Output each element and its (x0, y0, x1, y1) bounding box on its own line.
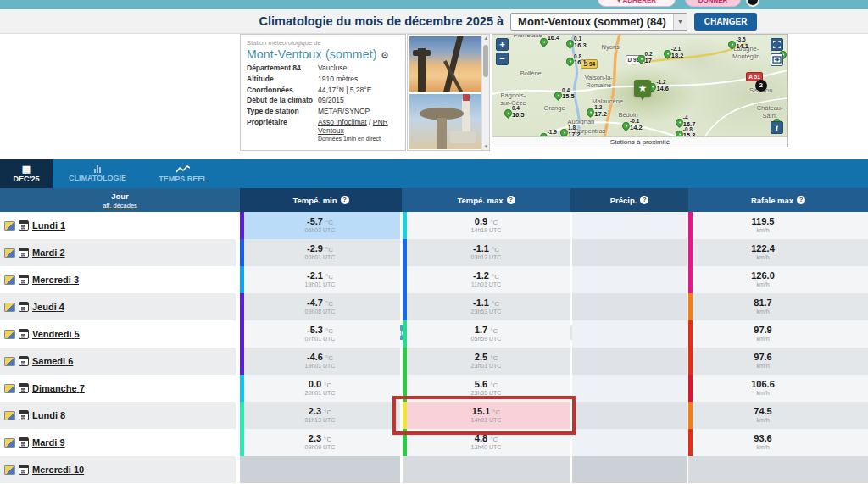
info-value: Vaucluse (318, 64, 399, 73)
temp-max-cell: 0.9 °C 14h19 UTC (403, 212, 570, 239)
photos-icon[interactable] (4, 303, 15, 312)
photos-icon[interactable] (4, 221, 15, 231)
scroll-thumb[interactable] (483, 45, 488, 77)
temp-max-cell (403, 456, 570, 483)
scroll-up-icon[interactable]: ▲ (482, 36, 490, 41)
day-link[interactable]: Mercredi 10 (32, 465, 84, 475)
rafale-cell: 93.6 km/h (688, 429, 868, 456)
map-zoom-in-button[interactable]: + (496, 38, 509, 51)
photos-icon[interactable] (4, 411, 15, 420)
photos-icon[interactable] (4, 438, 15, 448)
marker-values: 0.116.3 (574, 36, 587, 49)
donner-button[interactable]: DONNER (685, 0, 741, 7)
live-data-link[interactable]: Données 1min en direct (318, 136, 381, 142)
rafale-column-header: Rafale max? (688, 188, 868, 212)
photos-icon[interactable] (4, 384, 15, 393)
calendar-icon[interactable] (19, 302, 29, 312)
tab-temps-reel[interactable]: TEMPS RÉEL (142, 159, 224, 188)
calendar-icon[interactable] (19, 356, 29, 366)
current-station-star-marker[interactable]: ★ (634, 80, 651, 97)
chevron-down-icon[interactable]: ▼ (673, 14, 687, 30)
wind-scale-bar (688, 348, 693, 375)
calendar-icon[interactable] (19, 248, 29, 258)
calendar-icon[interactable] (19, 329, 29, 339)
changer-button[interactable]: CHANGER (694, 13, 758, 31)
map-recenter-button[interactable] (771, 53, 783, 66)
stations-map[interactable]: PierrelatteNyonsBollèneVaison-la- Romain… (492, 35, 787, 137)
day-link[interactable]: Dimanche 7 (32, 383, 85, 393)
photos-icon[interactable] (4, 248, 15, 258)
station-select[interactable]: Mont-Ventoux (sommet) (84) ▼ (510, 13, 687, 31)
help-icon[interactable]: ? (507, 196, 515, 204)
calendar-icon[interactable] (19, 220, 29, 231)
day-link[interactable]: Mardi 2 (32, 248, 65, 258)
help-icon[interactable]: ? (797, 196, 805, 204)
day-cell: Lundi 8 (0, 402, 236, 429)
decades-toggle-link[interactable]: aff. décades (103, 202, 137, 209)
station-photo-sunset[interactable] (409, 36, 481, 92)
gear-icon[interactable]: ⚙ (381, 50, 389, 60)
tab-label: TEMPS RÉEL (159, 175, 208, 183)
day-link[interactable]: Lundi 1 (32, 220, 65, 231)
adherer-button[interactable]: ♥ ADHÉRER (598, 0, 676, 7)
day-link[interactable]: Lundi 8 (32, 410, 65, 420)
precip-cell (572, 375, 687, 402)
temp-scale-bar (403, 348, 407, 375)
station-photo-summit[interactable] (409, 94, 481, 149)
map-fullscreen-button[interactable] (771, 38, 783, 51)
temp-min-cell: -4.6 °C 19h01 UTC (240, 348, 400, 375)
temp-min-cell: 2.3 °C 09h09 UTC (240, 429, 400, 456)
calendar-icon[interactable] (19, 275, 29, 285)
day-link[interactable]: Mardi 9 (32, 437, 65, 448)
tab-label: CLIMATOLOGIE (69, 174, 126, 182)
day-link[interactable]: Jeudi 4 (32, 302, 64, 312)
calendar-icon[interactable] (19, 383, 29, 393)
owner-separator: / (367, 118, 373, 126)
page: ♥ ADHÉRER DONNER Climatologie du mois de… (0, 0, 868, 484)
marker-values: -0.114.2 (630, 119, 643, 131)
precip-cell (572, 429, 687, 456)
info-label: Département 84 (247, 64, 318, 73)
help-icon[interactable]: ? (640, 196, 648, 204)
tmin-column-header: Tempé. min? (240, 188, 402, 212)
map-zoom-out-button[interactable]: − (496, 53, 509, 65)
tab-dec25[interactable]: ▦ DÉC'25 (0, 159, 53, 188)
map-info-button[interactable]: i (771, 121, 783, 134)
day-cell: Samedi 6 (0, 348, 236, 375)
town-label: Nyons (602, 43, 620, 51)
calendar-icon[interactable] (19, 410, 29, 420)
temp-scale-bar (240, 402, 244, 429)
photos-icon[interactable] (4, 357, 15, 366)
day-cell: Lundi 1 (0, 212, 236, 239)
calendar-icon[interactable] (19, 465, 29, 475)
precip-cell (572, 402, 687, 429)
table-row: Mardi 2 -2.9 °C 00h01 UTC -1.1 °C 03h12 … (0, 239, 868, 266)
station-info-row: Altitude1910 mètres (247, 75, 399, 84)
day-link[interactable]: Vendredi 5 (32, 329, 80, 339)
info-label: Altitude (247, 75, 318, 84)
photos-scrollbar[interactable]: ▲ ▼ (481, 35, 489, 150)
table-row: Mercredi 3 -2.1 °C 19h01 UTC -1.2 °C 11h… (0, 266, 868, 293)
photos-icon[interactable] (4, 330, 15, 339)
day-link[interactable]: Samedi 6 (32, 356, 73, 366)
help-icon[interactable]: ? (341, 196, 349, 204)
temp-scale-bar (240, 429, 244, 456)
wind-scale-bar (688, 239, 693, 266)
fullscreen-icon (773, 41, 781, 48)
info-icon: i (776, 122, 778, 132)
dark-mode-icon[interactable] (746, 0, 760, 7)
tab-climatologie[interactable]: CLIMATOLOGIE (53, 159, 142, 188)
station-cluster-badge[interactable]: 2 (755, 80, 767, 92)
day-link[interactable]: Mercredi 3 (32, 275, 79, 285)
photos-icon[interactable] (4, 275, 15, 285)
photos-icon[interactable] (4, 465, 15, 475)
day-header-title: Jour (111, 192, 129, 201)
wind-scale-bar (688, 266, 693, 293)
owner-link-infoclimat[interactable]: Asso Infoclimat (318, 118, 367, 126)
day-cell: Dimanche 7 (0, 375, 236, 402)
scroll-down-icon[interactable]: ▼ (482, 144, 490, 149)
precip-cell (572, 456, 687, 483)
rafale-cell: 126.0 km/h (688, 266, 868, 293)
calendar-icon[interactable] (19, 437, 29, 448)
info-value: 44,17°N | 5,28°E (318, 86, 399, 95)
